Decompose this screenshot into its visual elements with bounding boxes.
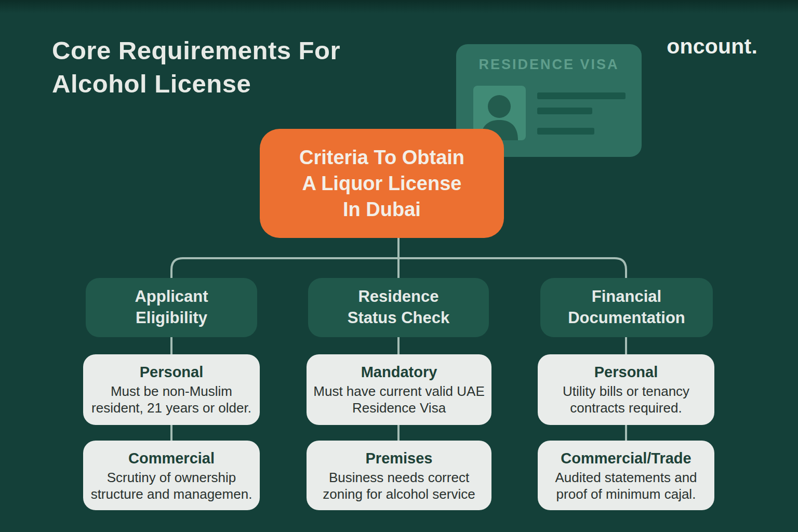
detail-card-mandatory-visa: Mandatory Must have current valid UAE Re… xyxy=(307,354,491,425)
category-title-line: Residence xyxy=(358,286,438,308)
card-body: Business needs correct zoning for alcoho… xyxy=(307,469,491,502)
card-heading: Premises xyxy=(307,449,491,468)
root-node-line3: In Dubai xyxy=(343,196,421,222)
detail-card-commercial-trade-financial: Commercial/Trade Audited statements and … xyxy=(538,441,714,510)
detail-card-personal-eligibility: Personal Must be non-Muslim resident, 21… xyxy=(83,354,260,425)
detail-card-premises-zoning: Premises Business needs correct zoning f… xyxy=(307,441,491,510)
card-heading: Personal xyxy=(83,363,260,381)
category-node-residence-status-check: Residence Status Check xyxy=(308,278,489,337)
root-node-line2: A Liquor License xyxy=(302,170,462,196)
root-node-criteria: Criteria To Obtain A Liquor License In D… xyxy=(260,129,504,238)
card-heading: Mandatory xyxy=(307,363,491,381)
category-title-line: Status Check xyxy=(348,308,449,329)
category-node-applicant-eligibility: Applicant Eligibility xyxy=(86,278,257,337)
category-title-line: Financial xyxy=(592,286,661,308)
card-body: Scrutiny of ownership structure and mana… xyxy=(83,469,260,502)
card-heading: Personal xyxy=(538,363,714,381)
detail-card-commercial-eligibility: Commercial Scrutiny of ownership structu… xyxy=(83,441,260,510)
card-body: Must have current valid UAE Residence Vi… xyxy=(307,383,491,416)
card-heading: Commercial xyxy=(83,449,260,468)
category-title-line: Applicant xyxy=(135,286,208,308)
card-body: Must be non-Muslim resident, 21 years or… xyxy=(83,383,260,416)
card-body: Audited statements and proof of minimum … xyxy=(538,469,714,502)
card-heading: Commercial/Trade xyxy=(538,449,714,468)
category-title-line: Documentation xyxy=(568,308,685,329)
infographic-canvas: Core Requirements For Alcohol License on… xyxy=(0,0,798,532)
root-node-line1: Criteria To Obtain xyxy=(299,144,464,170)
category-title-line: Eligibility xyxy=(136,308,207,329)
detail-card-personal-financial: Personal Utility bills or tenancy contra… xyxy=(538,354,714,425)
card-body: Utility bills or tenancy contracts requi… xyxy=(538,383,714,416)
category-node-financial-documentation: Financial Documentation xyxy=(540,278,713,337)
